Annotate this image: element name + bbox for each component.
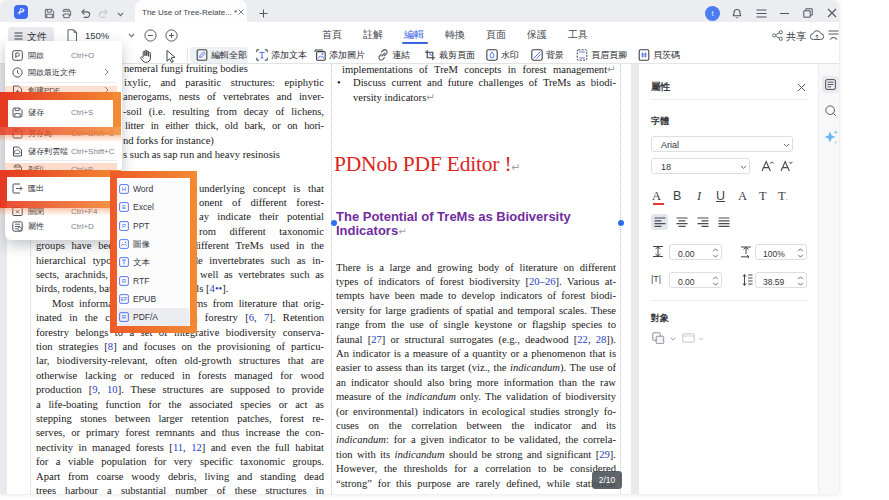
svg-text:R: R bbox=[122, 278, 127, 284]
svg-text:E: E bbox=[122, 205, 126, 211]
svg-text:EP: EP bbox=[121, 296, 128, 302]
svg-text:H: H bbox=[122, 186, 126, 192]
svg-text:P: P bbox=[122, 223, 126, 229]
svg-text:R: R bbox=[122, 314, 127, 320]
